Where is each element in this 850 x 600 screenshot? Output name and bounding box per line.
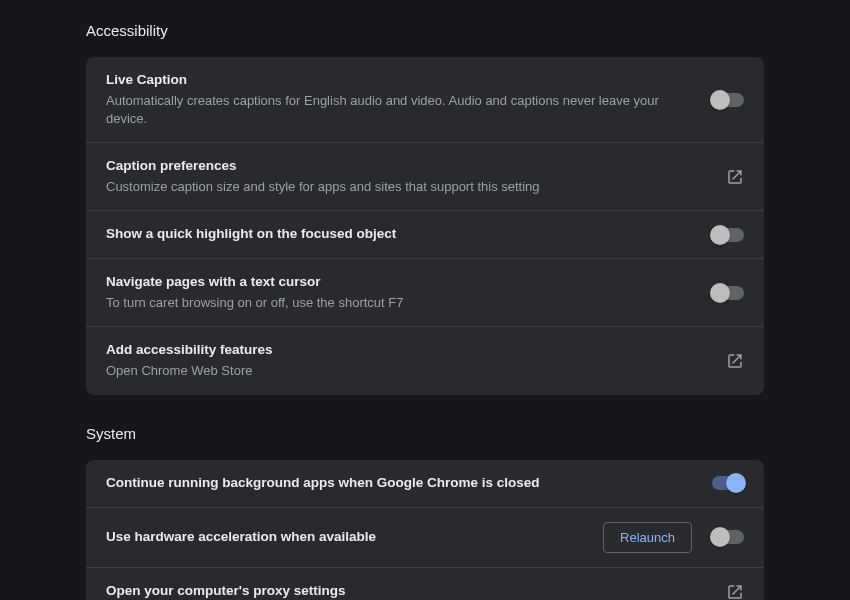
hw-accel-title: Use hardware acceleration when available — [106, 528, 583, 547]
live-caption-row: Live Caption Automatically creates capti… — [86, 57, 764, 143]
proxy-text: Open your computer's proxy settings — [106, 582, 706, 600]
background-apps-row: Continue running background apps when Go… — [86, 460, 764, 508]
caption-prefs-row[interactable]: Caption preferences Customize caption si… — [86, 143, 764, 211]
live-caption-toggle[interactable] — [712, 93, 744, 107]
caret-browsing-toggle[interactable] — [712, 286, 744, 300]
background-apps-title: Continue running background apps when Go… — [106, 474, 692, 493]
quick-highlight-title: Show a quick highlight on the focused ob… — [106, 225, 692, 244]
add-features-controls — [726, 352, 744, 370]
hw-accel-toggle[interactable] — [712, 530, 744, 544]
accessibility-card: Live Caption Automatically creates capti… — [86, 57, 764, 395]
caret-browsing-sub: To turn caret browsing on or off, use th… — [106, 294, 692, 312]
live-caption-sub: Automatically creates captions for Engli… — [106, 92, 692, 128]
caret-browsing-controls — [712, 286, 744, 300]
external-link-icon — [726, 352, 744, 370]
quick-highlight-row: Show a quick highlight on the focused ob… — [86, 211, 764, 259]
system-card: Continue running background apps when Go… — [86, 460, 764, 601]
live-caption-controls — [712, 93, 744, 107]
relaunch-button[interactable]: Relaunch — [603, 522, 692, 553]
caption-prefs-controls — [726, 168, 744, 186]
caret-browsing-title: Navigate pages with a text cursor — [106, 273, 692, 292]
caret-browsing-row: Navigate pages with a text cursor To tur… — [86, 259, 764, 327]
live-caption-text: Live Caption Automatically creates capti… — [106, 71, 692, 128]
hw-accel-text: Use hardware acceleration when available — [106, 528, 583, 547]
settings-content: Accessibility Live Caption Automatically… — [0, 0, 850, 600]
quick-highlight-controls — [712, 228, 744, 242]
proxy-title: Open your computer's proxy settings — [106, 582, 706, 600]
external-link-icon — [726, 168, 744, 186]
add-features-row[interactable]: Add accessibility features Open Chrome W… — [86, 327, 764, 394]
add-features-title: Add accessibility features — [106, 341, 706, 360]
system-heading: System — [86, 425, 764, 442]
live-caption-title: Live Caption — [106, 71, 692, 90]
proxy-row[interactable]: Open your computer's proxy settings — [86, 568, 764, 601]
caption-prefs-text: Caption preferences Customize caption si… — [106, 157, 706, 196]
external-link-icon — [726, 583, 744, 601]
hw-accel-row: Use hardware acceleration when available… — [86, 508, 764, 568]
add-features-text: Add accessibility features Open Chrome W… — [106, 341, 706, 380]
background-apps-controls — [712, 476, 744, 490]
caret-browsing-text: Navigate pages with a text cursor To tur… — [106, 273, 692, 312]
proxy-controls — [726, 583, 744, 601]
accessibility-heading: Accessibility — [86, 22, 764, 39]
quick-highlight-toggle[interactable] — [712, 228, 744, 242]
hw-accel-controls: Relaunch — [603, 522, 744, 553]
background-apps-toggle[interactable] — [712, 476, 744, 490]
caption-prefs-title: Caption preferences — [106, 157, 706, 176]
background-apps-text: Continue running background apps when Go… — [106, 474, 692, 493]
caption-prefs-sub: Customize caption size and style for app… — [106, 178, 706, 196]
quick-highlight-text: Show a quick highlight on the focused ob… — [106, 225, 692, 244]
add-features-sub: Open Chrome Web Store — [106, 362, 706, 380]
